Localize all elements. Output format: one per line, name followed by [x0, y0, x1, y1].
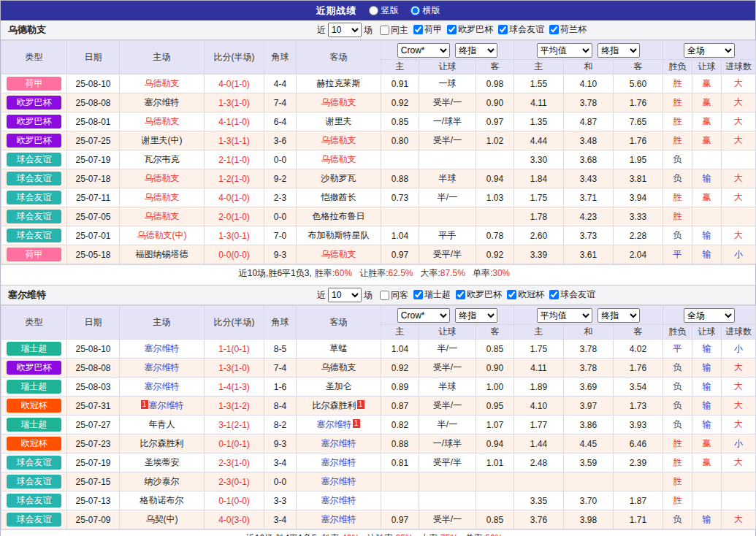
cell-score[interactable]: 1-1(0-1)	[205, 340, 264, 359]
cell-score[interactable]: 2-0(1-0)	[205, 207, 264, 226]
cell-score[interactable]: 1-3(1-2)	[205, 397, 264, 416]
avg-stage-select[interactable]: 终指	[597, 43, 640, 58]
cell-score[interactable]: 1-3(0-1)	[205, 226, 264, 245]
league-filter-3[interactable]: 球会友谊	[549, 288, 595, 301]
league-checkbox[interactable]	[498, 25, 508, 34]
same-venue-checkbox[interactable]	[380, 26, 389, 35]
league-filter-2[interactable]: 球会友谊	[498, 23, 544, 36]
away-team-name[interactable]: 塞尔维特	[321, 438, 356, 448]
league-checkbox[interactable]	[507, 290, 516, 299]
scope-select[interactable]: 全场	[684, 308, 735, 323]
cell-score[interactable]: 1-3(1-0)	[205, 359, 264, 378]
away-team-name[interactable]: 乌德勒支	[321, 135, 356, 145]
same-venue-filter[interactable]: 同客	[380, 289, 408, 302]
away-team-name[interactable]: 恺撒酋长	[321, 192, 356, 202]
home-team-name[interactable]: 乌德勒支(中)	[137, 230, 187, 240]
home-team-name[interactable]: 塞尔维特	[145, 343, 180, 353]
home-team-name[interactable]: 乌德勒支	[145, 116, 180, 126]
league-filter-0[interactable]: 瑞士超	[413, 288, 451, 301]
cell-score[interactable]: 4-0(3-0)	[205, 510, 264, 529]
avg-select[interactable]: 平均值	[537, 43, 592, 58]
away-team-name[interactable]: 赫拉克莱斯	[317, 78, 361, 88]
cell-away-team: 乌德勒支	[297, 150, 381, 169]
home-team-name[interactable]: 纳沙泰尔	[145, 476, 180, 486]
away-team-name[interactable]: 谢里夫	[326, 116, 352, 126]
home-team-name[interactable]: 圣埃蒂安	[145, 457, 180, 467]
away-team-name[interactable]: 塞尔维特	[321, 495, 356, 505]
home-team-name[interactable]: 乌德勒支	[145, 173, 180, 183]
cell-score[interactable]: 3-1(2-1)	[205, 416, 264, 434]
away-team-name[interactable]: 比尔森胜利	[313, 400, 356, 410]
mode-vertical[interactable]: 竖版	[369, 4, 399, 17]
match-count-select[interactable]: 10	[328, 288, 362, 302]
league-filter-3[interactable]: 荷兰杯	[549, 23, 587, 36]
cell-score[interactable]: 0-1(0-0)	[205, 491, 264, 510]
away-team-name[interactable]: 布加勒斯特星队	[308, 230, 370, 240]
cell-score[interactable]: 4-0(1-0)	[205, 188, 264, 207]
home-team-name[interactable]: 塞尔维特	[145, 362, 180, 372]
odds-company-select[interactable]: Crow*	[397, 43, 450, 58]
league-checkbox[interactable]	[549, 25, 559, 34]
cell-score[interactable]: 0-1(0-1)	[205, 434, 264, 453]
cell-score[interactable]: 2-3(1-0)	[205, 453, 264, 472]
home-team-name[interactable]: 福图纳锡塔德	[136, 249, 188, 259]
away-team-name[interactable]: 乌德勒支	[321, 97, 356, 107]
same-venue-checkbox[interactable]	[380, 291, 389, 300]
away-team-name[interactable]: 塞尔维特	[321, 514, 356, 524]
league-filter-0[interactable]: 荷甲	[413, 23, 442, 36]
league-checkbox[interactable]	[413, 25, 423, 34]
league-filter-2[interactable]: 欧冠杯	[507, 288, 544, 301]
away-team-name[interactable]: 塞尔维特	[321, 457, 356, 467]
avg-select[interactable]: 平均值	[537, 308, 592, 323]
cell-score[interactable]: 2-3(0-1)	[205, 472, 264, 491]
home-team-name[interactable]: 塞尔维特	[149, 400, 184, 410]
avg-stage-select[interactable]: 终指	[597, 308, 640, 323]
mode-horizontal[interactable]: 横版	[411, 4, 440, 17]
cell-score[interactable]: 4-1(1-0)	[205, 112, 264, 131]
home-team-name[interactable]: 乌德勒支	[145, 192, 180, 202]
away-team-name[interactable]: 沙勒罗瓦	[321, 173, 356, 183]
scope-select[interactable]: 全场	[684, 43, 735, 58]
home-team-name[interactable]: 塞尔维特	[145, 97, 180, 107]
cell-score[interactable]: 1-3(1-0)	[205, 93, 264, 112]
home-team-name[interactable]: 格勒诺布尔	[140, 495, 184, 505]
league-filter-1[interactable]: 欧罗巴杯	[447, 23, 493, 36]
away-team-name[interactable]: 草蜢	[330, 343, 348, 353]
home-team-name[interactable]: 塞尔维特	[145, 381, 180, 391]
vertical-radio[interactable]	[369, 6, 378, 15]
cell-avg-home: 1.77	[514, 416, 564, 434]
home-team-name[interactable]: 乌德勒支	[145, 78, 180, 88]
league-checkbox[interactable]	[456, 290, 465, 299]
cell-score[interactable]: 1-4(1-3)	[205, 378, 264, 397]
odds-stage-select[interactable]: 终指	[455, 43, 497, 58]
cell-score[interactable]: 2-1(1-0)	[205, 150, 264, 169]
away-team-name[interactable]: 色格拉布鲁日	[313, 211, 365, 221]
cell-odds-line: 受半/一	[419, 93, 476, 112]
home-team-name[interactable]: 瓦尔韦克	[145, 154, 180, 164]
cell-league: 球会友谊	[1, 510, 67, 529]
away-team-name[interactable]: 塞尔维特	[321, 476, 356, 486]
cell-score[interactable]: 1-3(1-1)	[205, 131, 264, 150]
away-team-name[interactable]: 乌德勒支	[321, 154, 356, 164]
cell-score[interactable]: 4-0(1-0)	[205, 74, 264, 93]
home-team-name[interactable]: 谢里夫(中)	[142, 135, 183, 145]
away-team-name[interactable]: 乌德勒支	[321, 249, 356, 259]
league-checkbox[interactable]	[413, 290, 423, 299]
away-team-name[interactable]: 塞尔维特	[317, 419, 352, 429]
match-count-select[interactable]: 10	[328, 23, 362, 37]
odds-company-select[interactable]: Crow*	[397, 308, 450, 323]
cell-score[interactable]: 1-2(1-0)	[205, 169, 264, 188]
league-checkbox[interactable]	[447, 25, 457, 34]
league-filter-1[interactable]: 欧罗巴杯	[456, 288, 502, 301]
home-team-name[interactable]: 乌德勒支	[145, 211, 180, 221]
league-checkbox[interactable]	[549, 290, 559, 299]
away-team-name[interactable]: 乌德勒支	[321, 362, 356, 372]
cell-score[interactable]: 0-0(0-0)	[205, 245, 264, 264]
away-team-name[interactable]: 圣加仑	[326, 381, 352, 391]
horizontal-radio[interactable]	[411, 6, 420, 15]
home-team-name[interactable]: 比尔森胜利	[140, 438, 184, 448]
same-venue-filter[interactable]: 同主	[380, 24, 408, 37]
home-team-name[interactable]: 年青人	[149, 419, 175, 429]
odds-stage-select[interactable]: 终指	[455, 308, 497, 323]
home-team-name[interactable]: 乌契(中)	[146, 514, 178, 524]
